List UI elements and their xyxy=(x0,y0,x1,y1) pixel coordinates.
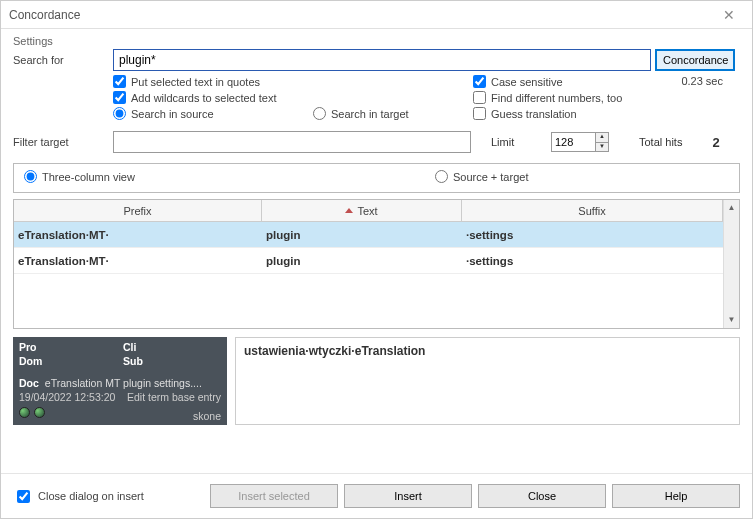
results-table: Prefix Text Suffix eTranslation·MT· plug… xyxy=(13,199,740,329)
cell-text: plugin xyxy=(262,255,462,267)
search-for-label: Search for xyxy=(13,54,113,66)
col-prefix-header[interactable]: Prefix xyxy=(14,200,262,221)
limit-spinner[interactable]: ▲ ▼ xyxy=(595,132,609,152)
source-target-input[interactable] xyxy=(435,170,448,183)
total-hits-value: 2 xyxy=(712,135,719,150)
sort-asc-icon xyxy=(345,208,353,213)
meta-cli-label: Cli xyxy=(123,341,149,353)
search-input[interactable] xyxy=(113,49,651,71)
limit-label: Limit xyxy=(491,136,551,148)
status-dot-icon xyxy=(34,407,45,418)
translation-text: ustawienia·wtyczki·eTranslation xyxy=(244,344,425,358)
three-column-radio[interactable]: Three-column view xyxy=(24,170,135,183)
close-icon[interactable]: ✕ xyxy=(714,7,744,23)
put-quotes-input[interactable] xyxy=(113,75,126,88)
total-hits-label: Total hits xyxy=(639,136,682,148)
spin-up-icon[interactable]: ▲ xyxy=(596,133,608,143)
table-row[interactable]: eTranslation·MT· plugin ·settings xyxy=(14,222,723,248)
metadata-panel: Pro Cli Dom Sub Doc eTranslation MT plug… xyxy=(13,337,227,425)
guess-translation-input[interactable] xyxy=(473,107,486,120)
filter-target-label: Filter target xyxy=(13,136,113,148)
help-button[interactable]: Help xyxy=(612,484,740,508)
close-on-insert-checkbox[interactable]: Close dialog on insert xyxy=(13,487,144,506)
meta-action: Edit term base entry xyxy=(127,391,221,403)
insert-selected-button[interactable]: Insert selected xyxy=(210,484,338,508)
meta-sub-label: Sub xyxy=(123,355,149,367)
col-suffix-header[interactable]: Suffix xyxy=(462,200,723,221)
status-dot-icon xyxy=(19,407,30,418)
meta-date: 19/04/2022 12:53:20 xyxy=(19,391,115,403)
table-row[interactable]: eTranslation·MT· plugin ·settings xyxy=(14,248,723,274)
three-column-input[interactable] xyxy=(24,170,37,183)
find-diff-numbers-checkbox[interactable]: Find different numbers, too xyxy=(473,91,643,104)
limit-input[interactable] xyxy=(551,132,596,152)
case-sensitive-input[interactable] xyxy=(473,75,486,88)
spin-down-icon[interactable]: ▼ xyxy=(596,143,608,152)
put-quotes-checkbox[interactable]: Put selected text in quotes xyxy=(113,75,313,88)
elapsed-time: 0.23 sec xyxy=(681,75,723,87)
cell-text: plugin xyxy=(262,229,462,241)
scroll-down-icon[interactable]: ▼ xyxy=(724,312,739,328)
view-mode-row: Three-column view Source + target xyxy=(13,163,740,193)
filter-target-input[interactable] xyxy=(113,131,471,153)
cell-suffix: ·settings xyxy=(462,229,723,241)
translation-panel: ustawienia·wtyczki·eTranslation xyxy=(235,337,740,425)
cell-prefix: eTranslation·MT· xyxy=(14,229,262,241)
titlebar: Concordance ✕ xyxy=(1,1,752,29)
scroll-up-icon[interactable]: ▲ xyxy=(724,200,739,216)
search-target-radio[interactable]: Search in target xyxy=(313,107,473,120)
search-source-radio[interactable]: Search in source xyxy=(113,107,313,120)
col-text-header[interactable]: Text xyxy=(262,200,462,221)
footer: Close dialog on insert Insert selected I… xyxy=(1,473,752,518)
guess-translation-checkbox[interactable]: Guess translation xyxy=(473,107,643,120)
window-title: Concordance xyxy=(9,8,80,22)
search-source-input[interactable] xyxy=(113,107,126,120)
add-wildcards-checkbox[interactable]: Add wildcards to selected text xyxy=(113,91,313,104)
close-button[interactable]: Close xyxy=(478,484,606,508)
source-target-radio[interactable]: Source + target xyxy=(435,170,529,183)
concordance-button[interactable]: Concordance xyxy=(655,49,735,71)
cell-prefix: eTranslation·MT· xyxy=(14,255,262,267)
add-wildcards-input[interactable] xyxy=(113,91,126,104)
close-on-insert-input[interactable] xyxy=(17,490,30,503)
meta-user: skone xyxy=(193,410,221,422)
find-diff-numbers-input[interactable] xyxy=(473,91,486,104)
meta-dom-label: Dom xyxy=(19,355,45,367)
table-scrollbar[interactable]: ▲ ▼ xyxy=(723,200,739,328)
meta-doc-label: Doc xyxy=(19,377,39,389)
settings-label: Settings xyxy=(13,35,740,47)
case-sensitive-checkbox[interactable]: Case sensitive xyxy=(473,75,643,88)
meta-doc-value: eTranslation MT plugin settings.... xyxy=(45,377,202,389)
insert-button[interactable]: Insert xyxy=(344,484,472,508)
meta-pro-label: Pro xyxy=(19,341,45,353)
cell-suffix: ·settings xyxy=(462,255,723,267)
search-target-input[interactable] xyxy=(313,107,326,120)
